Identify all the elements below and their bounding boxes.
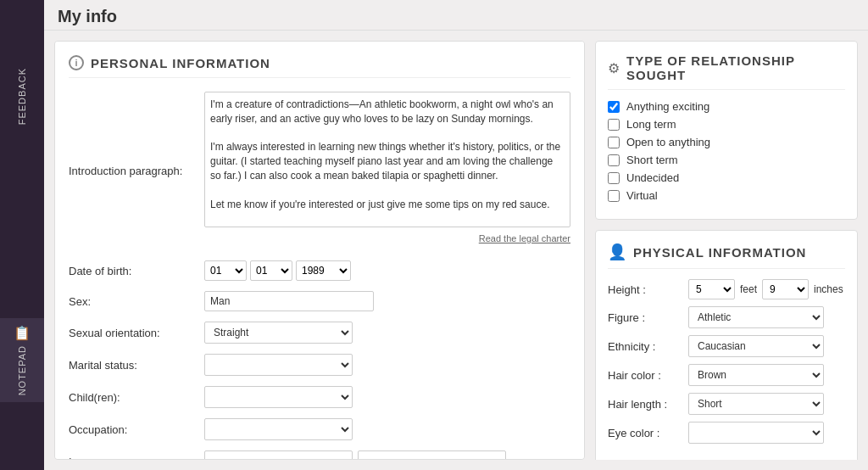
sexual-orientation-label: Sexual orientation:	[69, 327, 204, 339]
checkbox-row-open-to-anything: Open to anything	[608, 136, 845, 148]
hair-color-label: Hair color :	[608, 369, 688, 382]
income-select-1[interactable]	[204, 450, 353, 460]
relationship-section-header: ⚙ Type of Relationship Sought	[608, 53, 845, 90]
sexual-orientation-select[interactable]: Straight	[204, 322, 353, 344]
page-header: My info	[44, 0, 868, 31]
person-icon: 👤	[608, 243, 626, 261]
checkbox-anything-exciting[interactable]	[608, 101, 620, 113]
marital-status-select[interactable]	[204, 354, 353, 376]
ethnicity-row: Ethnicity : Caucasian	[608, 335, 845, 357]
checkbox-label-open-to-anything: Open to anything	[626, 136, 710, 148]
relationship-section: ⚙ Type of Relationship Sought Anything e…	[595, 41, 858, 220]
checkbox-label-long-term: Long term	[626, 118, 676, 131]
personal-information-panel: i Personal Information Introduction para…	[54, 41, 585, 460]
income-row: Income:	[69, 450, 570, 460]
checkbox-row-anything-exciting: Anything exciting	[608, 100, 845, 113]
hair-length-select[interactable]: Short	[688, 393, 824, 415]
children-label: Child(ren):	[69, 391, 204, 404]
height-label: Height :	[608, 283, 688, 296]
intro-textarea[interactable]: I'm a creature of contradictions—An athl…	[204, 92, 570, 227]
dob-row: Date of birth: 01 01 1989	[69, 260, 570, 281]
figure-select[interactable]: Athletic	[688, 306, 824, 328]
eye-color-select[interactable]	[688, 422, 824, 444]
left-sidebar: FEEDBACK 📋 NOTEPAD	[0, 0, 44, 470]
relationship-icon: ⚙	[608, 60, 620, 76]
height-input-group: 5 feet 9 inches	[688, 279, 845, 299]
hair-color-input-wrapper: Brown	[688, 364, 845, 386]
height-feet-select[interactable]: 5	[688, 279, 735, 299]
occupation-label: Occupation:	[69, 423, 204, 436]
figure-label: Figure :	[608, 311, 688, 324]
ethnicity-input-wrapper: Caucasian	[688, 335, 845, 357]
notepad-tab[interactable]: 📋 NOTEPAD	[0, 318, 44, 402]
checkbox-virtual[interactable]	[608, 190, 620, 202]
checkbox-label-anything-exciting: Anything exciting	[626, 100, 709, 113]
checkbox-label-undecided: Undecided	[626, 171, 679, 184]
relationship-section-title: Type of Relationship Sought	[626, 53, 845, 82]
checkbox-row-undecided: Undecided	[608, 171, 845, 184]
dob-selects: 01 01 1989	[204, 260, 351, 281]
notepad-icon: 📋	[14, 325, 31, 341]
income-label: Income:	[69, 456, 204, 461]
eye-color-row: Eye color :	[608, 422, 845, 444]
feedback-tab[interactable]: FEEDBACK	[0, 68, 44, 125]
marital-status-label: Marital status:	[69, 359, 204, 372]
checkbox-label-virtual: Virtual	[626, 189, 658, 202]
ethnicity-select[interactable]: Caucasian	[688, 335, 824, 357]
hair-length-row: Hair length : Short	[608, 393, 845, 415]
intro-input-wrapper: I'm a creature of contradictions—An athl…	[204, 92, 570, 250]
checkbox-label-short-term: Short term	[626, 154, 678, 166]
sex-input[interactable]	[204, 291, 374, 311]
intro-row: Introduction paragraph: I'm a creature o…	[69, 92, 570, 250]
eye-color-label: Eye color :	[608, 427, 688, 439]
checkbox-open-to-anything[interactable]	[608, 137, 620, 148]
read-charter-link[interactable]: Read the legal charter	[204, 233, 570, 243]
hair-color-select[interactable]: Brown	[688, 364, 824, 386]
height-row: Height : 5 feet 9 inches	[608, 279, 845, 299]
content-area: i Personal Information Introduction para…	[44, 31, 868, 470]
checkbox-row-short-term: Short term	[608, 154, 845, 166]
personal-section-header: i Personal Information	[69, 55, 570, 78]
ethnicity-label: Ethnicity :	[608, 340, 688, 353]
info-icon: i	[69, 55, 84, 70]
sex-label: Sex:	[69, 295, 204, 308]
checkbox-long-term[interactable]	[608, 119, 620, 131]
income-select-2[interactable]	[358, 450, 506, 460]
dob-year-select[interactable]: 1989	[296, 260, 351, 281]
checkbox-undecided[interactable]	[608, 172, 620, 184]
hair-length-input-wrapper: Short	[688, 393, 845, 415]
children-row: Child(ren):	[69, 386, 570, 408]
intro-label: Introduction paragraph:	[69, 165, 204, 177]
dob-month-select[interactable]: 01	[250, 260, 292, 281]
dob-label: Date of birth:	[69, 265, 204, 277]
hair-color-row: Hair color : Brown	[608, 364, 845, 386]
inches-unit: inches	[814, 283, 843, 295]
children-select[interactable]	[204, 386, 353, 408]
income-selects	[204, 450, 506, 460]
main-content: My info i Personal Information Introduct…	[44, 0, 868, 470]
feedback-label: FEEDBACK	[17, 68, 27, 125]
checkbox-short-term[interactable]	[608, 154, 620, 166]
figure-row: Figure : Athletic	[608, 306, 845, 328]
dob-day-select[interactable]: 01	[204, 260, 247, 281]
feet-unit: feet	[740, 283, 757, 295]
sex-row: Sex:	[69, 291, 570, 311]
height-inches-select[interactable]: 9	[762, 279, 809, 299]
checkbox-row-virtual: Virtual	[608, 189, 845, 202]
physical-section: 👤 Physical Information Height : 5 feet 9	[595, 230, 858, 460]
occupation-row: Occupation:	[69, 418, 570, 440]
physical-section-header: 👤 Physical Information	[608, 243, 845, 269]
notepad-label: NOTEPAD	[17, 345, 27, 395]
eye-color-input-wrapper	[688, 422, 845, 444]
physical-section-title: Physical Information	[633, 245, 806, 260]
occupation-select[interactable]	[204, 418, 353, 440]
hair-length-label: Hair length :	[608, 398, 688, 411]
figure-input-wrapper: Athletic	[688, 306, 845, 328]
sexual-orientation-row: Sexual orientation: Straight	[69, 322, 570, 344]
page-title: My info	[58, 7, 117, 25]
personal-section-title: Personal Information	[91, 56, 270, 70]
checkbox-row-long-term: Long term	[608, 118, 845, 131]
marital-status-row: Marital status:	[69, 354, 570, 376]
right-panel: ⚙ Type of Relationship Sought Anything e…	[595, 41, 858, 460]
